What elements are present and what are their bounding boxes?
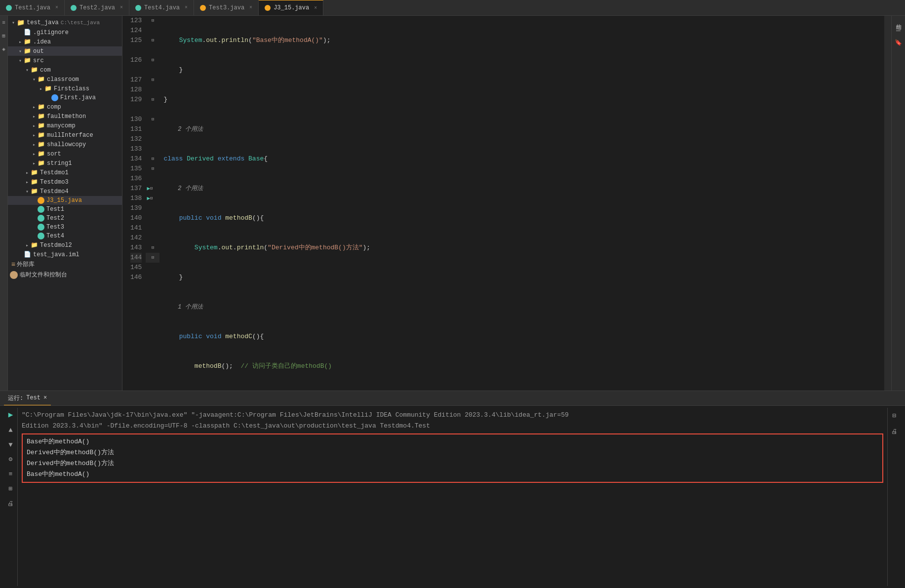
tree-j3-15[interactable]: J3_15.java xyxy=(8,196,122,205)
tree-test2-file-label: Test2 xyxy=(46,215,64,222)
tree-test4-file-label: Test4 xyxy=(46,233,64,239)
tree-test-java-iml[interactable]: 📄 test_java.iml xyxy=(8,250,122,259)
tab-icon-test2 xyxy=(71,5,77,11)
tree-sort[interactable]: ▸ 📁 sort xyxy=(8,149,122,158)
tree-testdmo4[interactable]: ▾ 📁 Testdmo4 xyxy=(8,187,122,196)
tree-src[interactable]: ▾ 📁 src xyxy=(8,56,122,65)
tree-test1-file[interactable]: Test1 xyxy=(8,205,122,214)
tab-close-test1[interactable]: × xyxy=(55,5,58,10)
tree-manycomp-label: manycomp xyxy=(47,122,76,129)
tree-com[interactable]: ▾ 📁 com xyxy=(8,65,122,75)
tree-test2-file[interactable]: Test2 xyxy=(8,214,122,223)
tree-testdmo3-icon: 📁 xyxy=(31,178,38,186)
tab-test2[interactable]: Test2.java × xyxy=(65,0,129,15)
tab-close-j3-15[interactable]: × xyxy=(314,5,317,11)
code-hint-3: 1 个用法 xyxy=(163,302,884,312)
tree-external-lib[interactable]: ≡ 外部库 xyxy=(8,259,122,270)
tree-root-label: test_java xyxy=(27,19,59,26)
tree-test3-file[interactable]: Test3 xyxy=(8,223,122,232)
code-container[interactable]: 123 124 125 · 126 · 127 128 129 · 130 13… xyxy=(122,16,891,391)
tree-testdmo1-icon: 📁 xyxy=(31,169,38,176)
left-edge-bar: ≡ ⊞ ◈ xyxy=(0,16,8,391)
tree-out[interactable]: ▾ 📁 out xyxy=(8,46,122,56)
tree-mullinterface-icon: 📁 xyxy=(38,131,45,139)
code-line-126: class Derived extends Base{ xyxy=(163,154,884,164)
console-output-box: Base中的methodA() Derived中的methodB()方法 Der… xyxy=(22,433,883,483)
tree-testdmo3[interactable]: ▸ 📁 Testdmo3 xyxy=(8,177,122,187)
bottom-right-btn-2[interactable]: 🖨 xyxy=(891,427,898,437)
tab-j3-15[interactable]: J3_15.java × xyxy=(259,0,323,15)
run-play-button[interactable]: ▶ xyxy=(8,410,13,421)
run-down-button[interactable]: ▼ xyxy=(8,439,12,450)
tree-faultmethon[interactable]: ▸ 📁 faultmethon xyxy=(8,112,122,121)
tree-classroom[interactable]: ▾ 📁 classroom xyxy=(8,75,122,84)
tree-classroom-label: classroom xyxy=(47,76,79,83)
tab-test3[interactable]: Test3.java × xyxy=(194,0,259,15)
tree-testdmo4-icon: 📁 xyxy=(31,188,38,195)
console-area: "C:\Program Files\Java\jdk-17\bin\java.e… xyxy=(18,408,887,586)
tree-testdmol2[interactable]: ▸ 📁 Testdmol2 xyxy=(8,240,122,250)
tree-testdmo1[interactable]: ▸ 📁 Testdmo1 xyxy=(8,168,122,177)
right-icon-3: 🔖 xyxy=(895,39,902,46)
tab-test1[interactable]: Test1.java × xyxy=(0,0,65,15)
tree-test3-file-icon xyxy=(38,224,44,231)
tree-external-lib-label: 外部库 xyxy=(17,260,35,269)
tree-sort-label: sort xyxy=(47,151,61,157)
tree-test2-file-icon xyxy=(38,215,44,222)
run-tool-button-3[interactable]: 🖨 xyxy=(7,499,14,510)
tree-test4-file[interactable]: Test4 xyxy=(8,232,122,240)
tree-temp-files[interactable]: 临时文件和控制台 xyxy=(8,270,122,280)
tree-src-label: src xyxy=(33,57,44,64)
tree-test3-file-label: Test3 xyxy=(46,224,64,231)
run-up-button[interactable]: ▲ xyxy=(8,425,12,435)
fold-138: ⊟ xyxy=(150,194,153,203)
tab-icon-test3 xyxy=(200,5,206,11)
fold-143: ⊟ xyxy=(152,243,154,253)
edge-icon-1: ≡ xyxy=(2,20,5,26)
bottom-right-btn-1[interactable]: ⊟ xyxy=(893,411,897,422)
tree-classroom-arrow: ▾ xyxy=(31,77,38,82)
tree-firstclass-arrow: ▸ xyxy=(38,86,44,92)
tab-close-test3[interactable]: × xyxy=(249,5,252,10)
tree-idea-icon: 📁 xyxy=(24,38,31,45)
scrollbar[interactable] xyxy=(884,16,891,391)
fold-144: ⊟ xyxy=(152,253,154,263)
bottom-tab-run[interactable]: 运行: Test × xyxy=(4,391,51,405)
tree-comp[interactable]: ▸ 📁 comp xyxy=(8,102,122,112)
tree-string1[interactable]: ▸ 📁 string1 xyxy=(8,158,122,168)
tree-mullinterface[interactable]: ▸ 📁 mullInterface xyxy=(8,130,122,140)
run-138-icon[interactable]: ▶ xyxy=(147,194,150,203)
tree-faultmethon-label: faultmethon xyxy=(47,113,86,120)
tab-close-test4[interactable]: × xyxy=(185,5,188,10)
tree-shallowcopy-label: shallowcopy xyxy=(47,141,86,148)
tree-manycomp-icon: 📁 xyxy=(38,122,45,129)
tree-comp-arrow: ▸ xyxy=(31,104,38,110)
tree-firstclass-icon: 📁 xyxy=(44,85,52,92)
code-line-125: } xyxy=(163,95,884,105)
tree-gitignore[interactable]: 📄 .gitignore xyxy=(8,28,122,37)
run-137-icon[interactable]: ▶ xyxy=(147,184,150,194)
tree-firstclass[interactable]: ▸ 📁 Firstclass xyxy=(8,84,122,93)
bottom-tab-run-close[interactable]: × xyxy=(43,394,47,401)
console-output-line-2: Derived中的methodB()方法 xyxy=(27,447,878,458)
tree-out-arrow: ▾ xyxy=(17,48,24,54)
tab-test4[interactable]: Test4.java × xyxy=(129,0,194,15)
tree-idea[interactable]: ▸ 📁 .idea xyxy=(8,37,122,46)
run-tool-button-1[interactable]: ≡ xyxy=(9,469,13,480)
tree-comp-label: comp xyxy=(47,104,61,111)
tree-first-java[interactable]: First.java xyxy=(8,93,122,102)
tree-classroom-icon: 📁 xyxy=(38,76,45,83)
tree-manycomp[interactable]: ▸ 📁 manycomp xyxy=(8,121,122,130)
tree-root[interactable]: ▾ 📁 test_java C:\test_java xyxy=(8,18,122,28)
console-output-line-1: Base中的methodA() xyxy=(27,436,878,447)
tree-j3-15-icon xyxy=(38,197,44,204)
run-tool-button-2[interactable]: ⊞ xyxy=(9,484,13,495)
tab-close-test2[interactable]: × xyxy=(120,5,123,10)
tree-shallowcopy[interactable]: ▸ 📁 shallowcopy xyxy=(8,140,122,149)
tree-temp-files-icon xyxy=(10,271,18,279)
run-settings-button[interactable]: ⚙ xyxy=(9,454,13,465)
fold-127: ⊟ xyxy=(152,75,154,85)
sidebar: ▾ 📁 test_java C:\test_java 📄 .gitignore … xyxy=(8,16,122,391)
tree-firstclass-label: Firstclass xyxy=(54,85,89,92)
code-editor[interactable]: System.out.println("Base中的methodA()"); }… xyxy=(159,16,884,391)
